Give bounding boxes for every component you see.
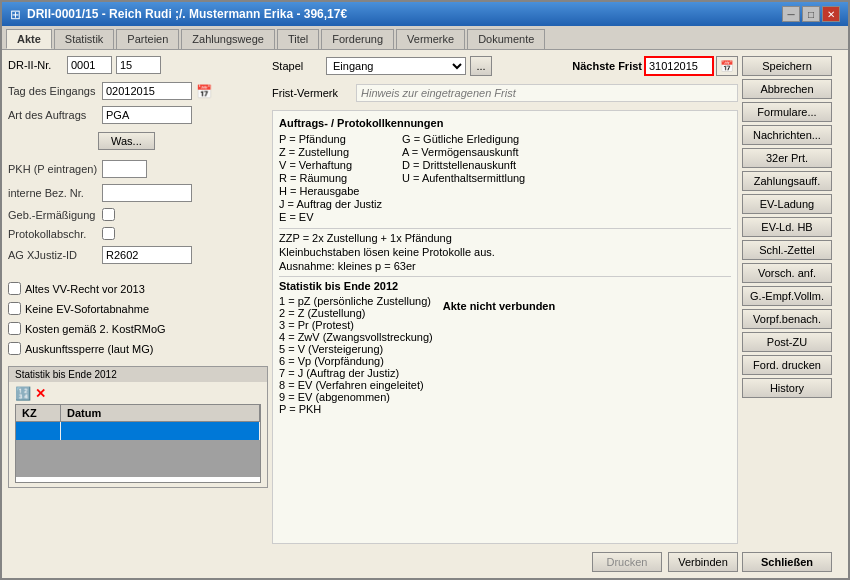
close-window-button[interactable]: ✕ <box>822 6 840 22</box>
save-button[interactable]: Speichern <box>742 56 832 76</box>
code-a: A = Vermögensauskunft <box>402 146 525 158</box>
altes-vv-checkbox[interactable] <box>8 282 21 295</box>
checkbox-auskunft: Auskunftssperre (laut MG) <box>8 342 268 355</box>
main-window: ⊞ DRII-0001/15 - Reich Rudi ;/. Musterma… <box>0 0 850 580</box>
stapel-frist-row: Stapel Eingang ... Nächste Frist 📅 <box>272 56 738 76</box>
auftrags-title: Auftrags- / Protokollkennungen <box>279 117 731 129</box>
minimize-button[interactable]: ─ <box>782 6 800 22</box>
dr-nr-label: DR-II-Nr. <box>8 59 63 71</box>
32er-button[interactable]: 32er Prt. <box>742 148 832 168</box>
interne-bez-input[interactable] <box>102 184 192 202</box>
tab-parteien[interactable]: Parteien <box>116 29 179 49</box>
stat-2: 2 = Z (Zustellung) <box>279 307 433 319</box>
akte-status: Akte nicht verbunden <box>443 300 555 312</box>
tab-vermerke[interactable]: Vermerke <box>396 29 465 49</box>
maximize-button[interactable]: □ <box>802 6 820 22</box>
dr-nr-input1[interactable] <box>67 56 112 74</box>
table-row-selected[interactable] <box>16 422 260 440</box>
stats-table: KZ Datum <box>15 404 261 483</box>
stat-1: 1 = pZ (persönliche Zustellung) <box>279 295 433 307</box>
vorpf-benach-button[interactable]: Vorpf.benach. <box>742 309 832 329</box>
pkh-input[interactable] <box>102 160 147 178</box>
altes-vv-label: Altes VV-Recht vor 2013 <box>25 283 145 295</box>
auskunft-label: Auskunftssperre (laut MG) <box>25 343 153 355</box>
checkbox-keine-ev: Keine EV-Sofortabnahme <box>8 302 268 315</box>
code-g: G = Gütliche Erledigung <box>402 133 525 145</box>
stat-4: 4 = ZwV (Zwangsvollstreckung) <box>279 331 433 343</box>
tabs-bar: Akte Statistik Parteien Zahlungswege Tit… <box>2 26 848 50</box>
ev-ladung-button[interactable]: EV-Ladung <box>742 194 832 214</box>
frist-vermerk-input[interactable] <box>356 84 738 102</box>
content-area: DR-II-Nr. Tag des Eingangs 📅 Art des Auf… <box>2 50 848 578</box>
stat-7: 7 = J (Auftrag der Justiz) <box>279 367 433 379</box>
title-bar: ⊞ DRII-0001/15 - Reich Rudi ;/. Musterma… <box>2 2 848 26</box>
code-v: V = Verhaftung <box>279 159 382 171</box>
was-button[interactable]: Was... <box>98 132 155 150</box>
cancel-button[interactable]: Abbrechen <box>742 79 832 99</box>
stats-controls: 🔢 ✕ <box>15 386 261 401</box>
ag-input[interactable] <box>102 246 192 264</box>
checkbox-altes-vv: Altes VV-Recht vor 2013 <box>8 282 268 295</box>
col-datum: Datum <box>61 405 260 421</box>
app-icon: ⊞ <box>10 7 21 22</box>
tab-dokumente[interactable]: Dokumente <box>467 29 545 49</box>
verbinden-button[interactable]: Verbinden <box>668 552 738 572</box>
interne-bez-row: interne Bez. Nr. <box>8 184 268 202</box>
col-kz: KZ <box>16 405 61 421</box>
nachrichten-button[interactable]: Nachrichten... <box>742 125 832 145</box>
code-r: R = Räumung <box>279 172 382 184</box>
dr-nr-row: DR-II-Nr. <box>8 56 268 74</box>
calendar-icon[interactable]: 📅 <box>196 84 212 99</box>
stapel-label: Stapel <box>272 60 322 72</box>
kosten-checkbox[interactable] <box>8 322 21 335</box>
schl-zettel-button[interactable]: Schl.-Zettel <box>742 240 832 260</box>
frist-calendar-button[interactable]: 📅 <box>716 56 738 76</box>
stapel-select[interactable]: Eingang <box>326 57 466 75</box>
protokoll-label: Protokollabschr. <box>8 228 98 240</box>
ag-label: AG XJustiz-ID <box>8 249 98 261</box>
auskunft-checkbox[interactable] <box>8 342 21 355</box>
art-auftrags-input[interactable] <box>102 106 192 124</box>
code-u: U = Aufenthaltsermittlung <box>402 172 525 184</box>
ev-ld-hb-button[interactable]: EV-Ld. HB <box>742 217 832 237</box>
vorsch-anf-button[interactable]: Vorsch. anf. <box>742 263 832 283</box>
post-zu-button[interactable]: Post-ZU <box>742 332 832 352</box>
stat-p: P = PKH <box>279 403 433 415</box>
tag-eingangs-label: Tag des Eingangs <box>8 85 98 97</box>
ag-row: AG XJustiz-ID <box>8 246 268 264</box>
formulare-button[interactable]: Formulare... <box>742 102 832 122</box>
dr-nr-input2[interactable] <box>116 56 161 74</box>
zahlungsauff-button[interactable]: Zahlungsauff. <box>742 171 832 191</box>
table-header: KZ Datum <box>16 405 260 422</box>
schliessen-button[interactable]: Schließen <box>742 552 832 572</box>
left-codes: P = Pfändung Z = Zustellung V = Verhaftu… <box>279 133 382 224</box>
history-button[interactable]: History <box>742 378 832 398</box>
pkh-row: PKH (P eintragen) <box>8 160 268 178</box>
tab-akte[interactable]: Akte <box>6 29 52 49</box>
pkh-label: PKH (P eintragen) <box>8 163 98 175</box>
tag-eingangs-input[interactable] <box>102 82 192 100</box>
cell-datum <box>61 422 260 440</box>
drucken-button[interactable]: Drucken <box>592 552 662 572</box>
code-j: J = Auftrag der Justiz <box>279 198 382 210</box>
code-d: D = Drittstellenauskunft <box>402 159 525 171</box>
tab-forderung[interactable]: Forderung <box>321 29 394 49</box>
ford-drucken-button[interactable]: Ford. drucken <box>742 355 832 375</box>
geb-row: Geb.-Ermäßigung <box>8 208 268 221</box>
ausnahme-line: Ausnahme: kleines p = 63er <box>279 260 731 272</box>
naechste-frist-input[interactable] <box>644 56 714 76</box>
bottom-buttons-row: Drucken Verbinden <box>272 548 738 572</box>
code-z: Z = Zustellung <box>279 146 382 158</box>
stapel-dots-button[interactable]: ... <box>470 56 492 76</box>
g-empf-vollm-button[interactable]: G.-Empf.Vollm. <box>742 286 832 306</box>
geb-checkbox[interactable] <box>102 208 115 221</box>
naechste-frist-label: Nächste Frist <box>572 60 642 72</box>
protokoll-checkbox[interactable] <box>102 227 115 240</box>
tab-zahlungswege[interactable]: Zahlungswege <box>181 29 275 49</box>
add-stat-icon[interactable]: 🔢 <box>15 386 31 401</box>
keine-ev-checkbox[interactable] <box>8 302 21 315</box>
was-btn-row: Was... <box>8 130 268 150</box>
tab-titel[interactable]: Titel <box>277 29 319 49</box>
remove-stat-button[interactable]: ✕ <box>35 386 46 401</box>
tab-statistik[interactable]: Statistik <box>54 29 115 49</box>
